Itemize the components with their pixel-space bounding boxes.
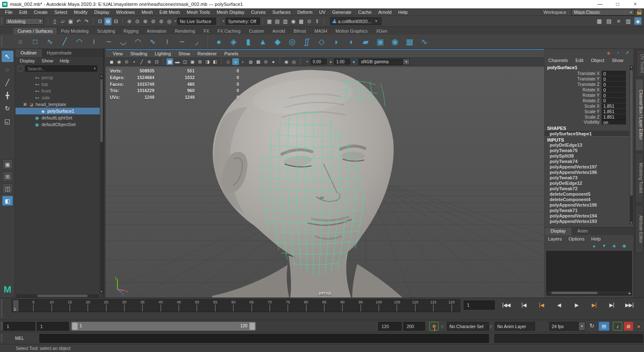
step-forward-key-button[interactable]: ▶|	[585, 300, 603, 311]
animation-end-field[interactable]: 200	[403, 322, 425, 331]
account-chip[interactable]: a.collflorit0920... ▼	[330, 17, 382, 25]
shelf-tab-mash[interactable]: MASH	[310, 28, 331, 34]
current-frame-field[interactable]: 1	[464, 300, 495, 310]
fps-select[interactable]: 24 fps▼	[549, 322, 585, 331]
search-input[interactable]: Search...	[25, 65, 97, 72]
command-line-input[interactable]	[39, 334, 489, 343]
maximize-button[interactable]: □	[609, 0, 626, 8]
polygon-plane-icon[interactable]: ◖	[346, 38, 356, 45]
polygon-gear-icon[interactable]: ▣	[375, 38, 385, 45]
outliner-item-defaultObjectSet[interactable]: ◉defaultObjectSet	[16, 121, 103, 128]
input-node-polyAppendVertex194[interactable]: polyAppendVertex194	[545, 213, 629, 219]
shelf-tab-custom[interactable]: Custom	[245, 28, 268, 34]
outliner-item-top[interactable]: ■◄top	[16, 81, 103, 88]
go-to-start-button[interactable]: |◀◀	[497, 300, 515, 311]
rotate-tool[interactable]: ↻	[2, 103, 13, 114]
move-tool[interactable]: ╋	[2, 90, 13, 101]
curve-fillet-icon[interactable]: ∿	[148, 38, 158, 45]
shelf-tab-fx[interactable]: FX	[199, 28, 213, 34]
main-menu-mesh-display[interactable]: Mesh Display	[213, 10, 248, 15]
outliner-menu-help[interactable]: Help	[57, 58, 73, 63]
snap-to-point-icon[interactable]: ⊗	[142, 18, 149, 25]
field-chart-icon[interactable]: ⊞	[197, 58, 203, 65]
use-all-lights-icon[interactable]: ◍	[247, 58, 254, 65]
polygon-sphere-icon[interactable]: ●	[214, 38, 224, 45]
shelf-tab-sculpting[interactable]: Sculpting	[93, 28, 119, 34]
time-slider[interactable]: 1 51015202530354045505560657075808590951…	[12, 299, 460, 312]
bookmark-icon[interactable]: ▪	[131, 58, 138, 65]
gamma-field[interactable]: 1.00	[334, 59, 350, 65]
input-node-polyTweak75[interactable]: polyTweak75	[545, 148, 629, 153]
2d-pan-zoom-icon[interactable]: ⊕	[146, 58, 153, 65]
main-menu-file[interactable]: File	[2, 10, 16, 15]
channel-box-toggle[interactable]: ≡	[615, 17, 622, 25]
polygon-soccer-ball-icon[interactable]: ◉	[390, 38, 400, 45]
insert-knot-icon[interactable]: ≀	[162, 38, 172, 45]
polygon-torus-icon[interactable]: ◎	[287, 38, 297, 45]
extend-curve-icon[interactable]: ∼	[177, 38, 187, 45]
select-by-object-icon[interactable]: ⊞	[104, 18, 112, 25]
input-node-polySplit38[interactable]: polySplit38	[545, 153, 629, 159]
outliner-tab-hypershade[interactable]: Hypershade	[42, 49, 77, 57]
isolate-select-icon[interactable]: ◉	[283, 58, 290, 65]
select-camera-icon[interactable]: ◼	[108, 58, 115, 65]
shelf-tab-curves-surfaces[interactable]: Curves / Surfaces	[13, 28, 57, 34]
input-node-polyAppendVertex197[interactable]: polyAppendVertex197	[545, 164, 629, 170]
minimize-button[interactable]: —	[591, 0, 609, 8]
polygon-prism-icon[interactable]: ◇	[317, 38, 327, 45]
channel-value-field[interactable]: 0	[602, 71, 626, 76]
profiler-icon[interactable]: ↗	[624, 50, 630, 56]
symmetry-field[interactable]: Symmetry: Off	[226, 18, 260, 25]
main-menu-edit-mesh[interactable]: Edit Mesh	[156, 10, 183, 15]
shelf-tab-bifrost[interactable]: Bifrost	[289, 28, 310, 34]
exposure-field[interactable]: 0.00	[311, 59, 327, 65]
layer-menu-layers[interactable]: Layers	[545, 236, 565, 241]
move-layer-down-icon[interactable]: ▼	[601, 243, 607, 249]
offset-curve-icon[interactable]: ◞	[192, 38, 202, 45]
four-pane-layout-button[interactable]: ⊞	[2, 171, 13, 181]
gate-mask-icon[interactable]: ▣	[189, 58, 196, 65]
layer-tab-anim[interactable]: Anim	[571, 228, 594, 235]
workspace-select[interactable]: Maya Classic▼	[571, 9, 634, 16]
playblast-icon[interactable]: ▤	[599, 322, 609, 331]
textured-icon[interactable]: ◐	[240, 58, 247, 65]
playback-loop-icon[interactable]: ↻	[589, 322, 595, 329]
outliner-item-side[interactable]: ■◄side	[16, 94, 103, 101]
polygon-superellipse-icon[interactable]: ▦	[405, 38, 415, 45]
input-node-deleteComponent5[interactable]: deleteComponent5	[545, 192, 629, 197]
polygon-cylinder-icon[interactable]: ▮	[243, 38, 253, 45]
main-menu-modify[interactable]: Modify	[70, 10, 91, 15]
gamma-icon[interactable]: ◑	[327, 58, 334, 65]
polygon-helix-icon[interactable]: ∬	[302, 38, 312, 45]
image-plane-icon[interactable]: ╱	[138, 58, 145, 65]
evaluation-mode-icon[interactable]: »	[635, 322, 642, 331]
animation-start-field[interactable]: 1	[3, 322, 35, 331]
input-node-polyDelEdge12[interactable]: polyDelEdge12	[545, 181, 629, 186]
outliner-item-head_template[interactable]: ⊞◪head_template	[16, 101, 103, 108]
new-scene-icon[interactable]: ▯	[51, 18, 58, 25]
step-back-key-button[interactable]: |◀	[532, 300, 550, 311]
polygon-plate-icon[interactable]: ▰	[361, 38, 371, 45]
shelf-tab-fx-caching[interactable]: FX Caching	[213, 28, 245, 34]
safe-action-icon[interactable]: ◨	[204, 58, 211, 65]
open-render-view-icon[interactable]: ▦	[266, 18, 273, 25]
snap-to-projected-center-icon[interactable]: ⊘	[150, 18, 157, 25]
snap-to-curve-icon[interactable]: ⊙	[134, 18, 141, 25]
attribute-editor-toggle[interactable]: ▥	[625, 17, 632, 25]
channel-value-field[interactable]: 0	[602, 82, 626, 87]
modeling-toolkit-toggle[interactable]: ▦	[596, 17, 603, 25]
polygon-cube-icon[interactable]: ◈	[229, 38, 239, 45]
channel-value-field[interactable]: 0	[602, 76, 626, 81]
channel-value-field[interactable]: 0	[602, 98, 626, 103]
main-menu-create[interactable]: Create	[31, 10, 51, 15]
layer-menu-options[interactable]: Options	[565, 236, 588, 241]
light-editor-icon[interactable]: ⊙	[306, 18, 313, 25]
filter-icon[interactable]	[18, 66, 23, 71]
channelbox-menu-channels[interactable]: Channels	[545, 58, 571, 63]
main-menu-curves[interactable]: Curves	[248, 10, 269, 15]
input-node-polyTweak74[interactable]: polyTweak74	[545, 159, 629, 164]
polygon-pipe-icon[interactable]: ◗	[331, 38, 341, 45]
sound-icon[interactable]: ♪	[613, 322, 622, 331]
exposure-icon[interactable]: ◔	[304, 58, 310, 65]
input-node-polyAppendVertex192[interactable]: polyAppendVertex192	[545, 224, 629, 225]
